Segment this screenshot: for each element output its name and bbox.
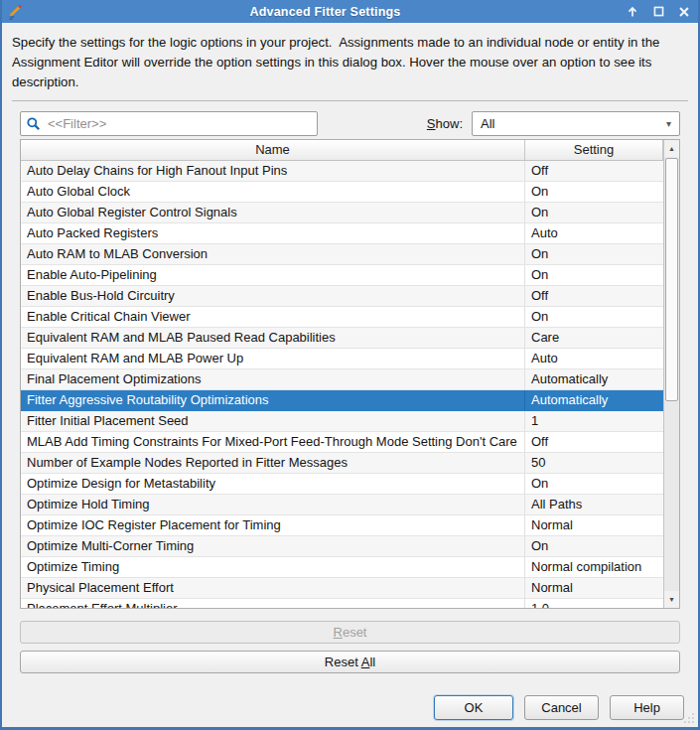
table-row[interactable]: Auto RAM to MLAB ConversionOn <box>21 244 664 265</box>
table-row[interactable]: MLAB Add Timing Constraints For Mixed-Po… <box>21 432 664 453</box>
setting-name-cell[interactable]: Enable Auto-Pipelining <box>21 265 525 285</box>
setting-value-cell[interactable]: On <box>525 307 664 327</box>
setting-name-cell[interactable]: Auto Packed Registers <box>21 223 525 243</box>
setting-value-cell[interactable]: Normal compilation <box>525 557 664 577</box>
ok-button[interactable]: OK <box>434 695 513 720</box>
scrollbar-up-arrow-icon[interactable]: ▲ <box>664 140 679 157</box>
table-row[interactable]: Optimize Multi-Corner TimingOn <box>21 536 664 557</box>
dialog-button-row: OK Cancel Help <box>12 695 684 720</box>
scrollbar-down-arrow-icon[interactable]: ▼ <box>664 591 679 608</box>
show-dropdown-value: All <box>481 116 494 131</box>
setting-name-cell[interactable]: Optimize Design for Metastability <box>21 474 525 494</box>
setting-name-cell[interactable]: Auto Global Clock <box>21 182 525 202</box>
setting-name-cell[interactable]: Optimize Hold Timing <box>21 495 525 514</box>
table-row[interactable]: Equivalent RAM and MLAB Paused Read Capa… <box>21 328 664 349</box>
table-row[interactable]: Optimize TimingNormal compilation <box>21 557 664 578</box>
table-header: Name Setting <box>21 140 679 161</box>
setting-value-cell[interactable]: Automatically <box>525 390 664 410</box>
advanced-fitter-settings-dialog: Advanced Fitter Settings Specify the set… <box>0 0 700 730</box>
setting-name-cell[interactable]: Number of Example Nodes Reported in Fitt… <box>21 453 525 473</box>
setting-name-cell[interactable]: Auto RAM to MLAB Conversion <box>21 244 525 264</box>
table-row[interactable]: Auto Global Register Control SignalsOn <box>21 203 664 223</box>
table-row[interactable]: Auto Packed RegistersAuto <box>21 223 664 244</box>
maximize-button[interactable] <box>650 4 666 20</box>
table-row[interactable]: Number of Example Nodes Reported in Fitt… <box>21 453 664 474</box>
setting-name-cell[interactable]: Physical Placement Effort <box>21 578 525 598</box>
setting-value-cell[interactable]: 1.0 <box>525 599 664 608</box>
settings-tbody: Auto Delay Chains for High Fanout Input … <box>21 161 664 608</box>
table-row[interactable]: Enable Auto-PipeliningOn <box>21 265 664 286</box>
table-row[interactable]: Auto Global ClockOn <box>21 182 664 203</box>
assignment-pencil-icon <box>8 4 26 20</box>
setting-name-cell[interactable]: Auto Delay Chains for High Fanout Input … <box>21 161 525 181</box>
setting-value-cell[interactable]: Off <box>525 286 664 306</box>
setting-name-cell[interactable]: Fitter Aggressive Routability Optimizati… <box>21 390 525 410</box>
table-row[interactable]: Optimize IOC Register Placement for Timi… <box>21 515 664 536</box>
setting-name-cell[interactable]: Optimize IOC Register Placement for Timi… <box>21 515 525 535</box>
chevron-down-icon: ▾ <box>666 119 671 129</box>
setting-name-cell[interactable]: Optimize Timing <box>21 557 525 577</box>
setting-name-cell[interactable]: Fitter Initial Placement Seed <box>21 411 525 431</box>
table-row[interactable]: Optimize Hold TimingAll Paths <box>21 495 664 515</box>
setting-name-cell[interactable]: Equivalent RAM and MLAB Paused Read Capa… <box>21 328 525 348</box>
table-scrollbar[interactable]: ▲ ▼ <box>663 140 679 608</box>
setting-value-cell[interactable]: Normal <box>525 578 664 598</box>
search-icon <box>26 116 42 132</box>
setting-name-cell[interactable]: Enable Bus-Hold Circuitry <box>21 286 525 306</box>
show-label: Show: <box>427 116 463 131</box>
filter-input[interactable] <box>46 115 312 132</box>
window-title: Advanced Fitter Settings <box>26 5 625 19</box>
table-row[interactable]: Equivalent RAM and MLAB Power UpAuto <box>21 349 664 369</box>
table-row[interactable]: Enable Bus-Hold CircuitryOff <box>21 286 664 307</box>
reset-all-button[interactable]: Reset All <box>20 651 680 673</box>
setting-value-cell[interactable]: On <box>525 265 664 285</box>
setting-value-cell[interactable]: On <box>525 244 664 264</box>
setting-value-cell[interactable]: On <box>525 536 664 556</box>
setting-name-cell[interactable]: Optimize Multi-Corner Timing <box>21 536 525 556</box>
setting-value-cell[interactable]: 50 <box>525 453 664 473</box>
setting-name-cell[interactable]: MLAB Add Timing Constraints For Mixed-Po… <box>21 432 525 452</box>
setting-value-cell[interactable]: Automatically <box>525 369 664 389</box>
filter-row: Show: All ▾ <box>20 111 680 136</box>
setting-value-cell[interactable]: On <box>525 203 664 222</box>
setting-value-cell[interactable]: 1 <box>525 411 664 431</box>
column-header-setting[interactable]: Setting <box>525 140 663 160</box>
table-row[interactable]: Fitter Initial Placement Seed1 <box>21 411 664 432</box>
table-row[interactable]: Enable Critical Chain ViewerOn <box>21 307 664 328</box>
column-header-name[interactable]: Name <box>21 140 525 160</box>
close-button[interactable] <box>676 4 692 20</box>
setting-name-cell[interactable]: Enable Critical Chain Viewer <box>21 307 525 327</box>
setting-value-cell[interactable]: Off <box>525 161 664 181</box>
setting-value-cell[interactable]: Normal <box>525 515 664 535</box>
separator <box>12 100 688 101</box>
scrollbar-track[interactable] <box>664 157 679 591</box>
setting-value-cell[interactable]: Off <box>525 432 664 452</box>
settings-table: Name Setting Auto Delay Chains for High … <box>20 139 680 609</box>
filter-input-box[interactable] <box>20 111 318 136</box>
table-row[interactable]: Final Placement OptimizationsAutomatical… <box>21 369 664 390</box>
cancel-button[interactable]: Cancel <box>524 695 599 720</box>
reset-button[interactable]: Reset <box>20 621 680 644</box>
shade-window-button[interactable] <box>625 4 640 20</box>
table-row[interactable]: Auto Delay Chains for High Fanout Input … <box>21 161 664 182</box>
table-row[interactable]: Physical Placement EffortNormal <box>21 578 664 599</box>
table-row[interactable]: Placement Effort Multiplier1.0 <box>21 599 664 608</box>
setting-name-cell[interactable]: Final Placement Optimizations <box>21 369 525 389</box>
scrollbar-thumb[interactable] <box>665 158 678 401</box>
setting-value-cell[interactable]: On <box>525 182 664 202</box>
setting-value-cell[interactable]: All Paths <box>525 495 664 514</box>
setting-value-cell[interactable]: Auto <box>525 223 664 243</box>
show-dropdown[interactable]: All ▾ <box>472 111 680 136</box>
setting-value-cell[interactable]: Auto <box>525 349 664 368</box>
setting-value-cell[interactable]: Care <box>525 328 664 348</box>
resize-grip[interactable] <box>684 713 694 723</box>
titlebar[interactable]: Advanced Fitter Settings <box>2 0 698 23</box>
setting-value-cell[interactable]: On <box>525 474 664 494</box>
setting-name-cell[interactable]: Auto Global Register Control Signals <box>21 203 525 222</box>
help-button[interactable]: Help <box>610 695 684 720</box>
setting-name-cell[interactable]: Equivalent RAM and MLAB Power Up <box>21 349 525 368</box>
dialog-description: Specify the settings for the logic optio… <box>12 33 695 92</box>
table-row[interactable]: Optimize Design for MetastabilityOn <box>21 474 664 495</box>
setting-name-cell[interactable]: Placement Effort Multiplier <box>21 599 525 608</box>
table-row[interactable]: Fitter Aggressive Routability Optimizati… <box>21 390 664 411</box>
